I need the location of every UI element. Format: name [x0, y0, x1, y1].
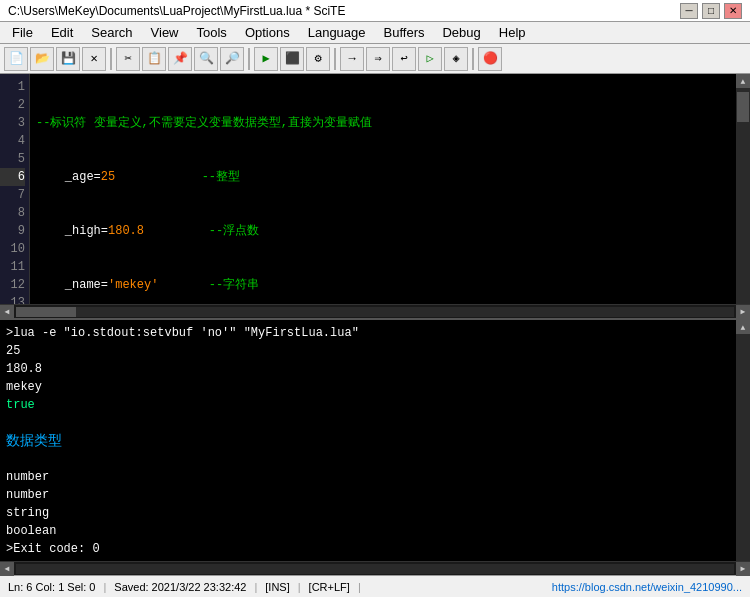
status-lineending: [CR+LF] — [309, 581, 350, 593]
console-exit: >Exit code: 0 — [6, 540, 744, 558]
code-hscrollbar[interactable]: ◀ ▶ — [0, 304, 750, 318]
code-content[interactable]: --标识符 变量定义,不需要定义变量数据类型,直接为变量赋值 _age=25 -… — [30, 74, 750, 304]
open-button[interactable]: 📂 — [30, 47, 54, 71]
menu-search[interactable]: Search — [83, 23, 140, 42]
line-num-3: 3 — [0, 114, 25, 132]
title-controls: ─ □ ✕ — [680, 3, 742, 19]
run-button[interactable]: ▶ — [254, 47, 278, 71]
debug-next-button[interactable]: ⇒ — [366, 47, 390, 71]
menu-help[interactable]: Help — [491, 23, 534, 42]
code-line-2: _age=25 --整型 — [36, 168, 744, 186]
code-line-1: --标识符 变量定义,不需要定义变量数据类型,直接为变量赋值 — [36, 114, 744, 132]
title-bar: C:\Users\MeKey\Documents\LuaProject\MyFi… — [0, 0, 750, 22]
menu-language[interactable]: Language — [300, 23, 374, 42]
menu-bar: File Edit Search View Tools Options Lang… — [0, 22, 750, 44]
status-sep-4: | — [358, 581, 361, 593]
menu-options[interactable]: Options — [237, 23, 298, 42]
code-vscrollbar[interactable]: ▲ — [736, 74, 750, 304]
scroll-thumb[interactable] — [737, 92, 749, 122]
toolbar-sep-3 — [334, 48, 336, 70]
code-line-4: _name='mekey' --字符串 — [36, 276, 744, 294]
editor-container: 1 2 3 4 5 6 7 8 9 10 11 12 13 14 15 16 1… — [0, 74, 750, 575]
menu-edit[interactable]: Edit — [43, 23, 81, 42]
console-type-max: boolean — [6, 522, 744, 540]
toolbar: 📄 📂 💾 ✕ ✂ 📋 📌 🔍 🔎 ▶ ⬛ ⚙ → ⇒ ↩ ▷ ◈ 🔴 — [0, 44, 750, 74]
save-button[interactable]: 💾 — [56, 47, 80, 71]
console-hscroll-track — [16, 564, 734, 574]
line-num-2: 2 — [0, 96, 25, 114]
console-out-name: mekey — [6, 378, 744, 396]
console-blank-2 — [6, 450, 744, 468]
line-num-7: 7 — [0, 186, 25, 204]
minimize-button[interactable]: ─ — [680, 3, 698, 19]
line-num-11: 11 — [0, 258, 25, 276]
cut-button[interactable]: ✂ — [116, 47, 140, 71]
title-text: C:\Users\MeKey\Documents\LuaProject\MyFi… — [8, 4, 345, 18]
console-out-max: true — [6, 396, 744, 414]
menu-view[interactable]: View — [143, 23, 187, 42]
console-command: >lua -e "io.stdout:setvbuf 'no'" "MyFirs… — [6, 324, 744, 342]
line-num-8: 8 — [0, 204, 25, 222]
console-type-name: string — [6, 504, 744, 522]
console-type-high: number — [6, 486, 744, 504]
line-num-9: 9 — [0, 222, 25, 240]
console-hscroll-right[interactable]: ▶ — [736, 562, 750, 576]
new-button[interactable]: 📄 — [4, 47, 28, 71]
line-num-13: 13 — [0, 294, 25, 304]
find-button[interactable]: 🔍 — [194, 47, 218, 71]
console-hscrollbar[interactable]: ◀ ▶ — [0, 561, 750, 575]
toolbar-sep-1 — [110, 48, 112, 70]
scroll-up-arrow[interactable]: ▲ — [736, 74, 750, 88]
line-num-5: 5 — [0, 150, 25, 168]
status-sep-1: | — [103, 581, 106, 593]
code-editor[interactable]: 1 2 3 4 5 6 7 8 9 10 11 12 13 14 15 16 1… — [0, 74, 750, 304]
line-num-12: 12 — [0, 276, 25, 294]
debug-continue-button[interactable]: ▷ — [418, 47, 442, 71]
stop-button[interactable]: ⬛ — [280, 47, 304, 71]
console-area: >lua -e "io.stdout:setvbuf 'no'" "MyFirs… — [0, 318, 750, 561]
menu-tools[interactable]: Tools — [189, 23, 235, 42]
debug-out-button[interactable]: ↩ — [392, 47, 416, 71]
hscroll-left-arrow[interactable]: ◀ — [0, 305, 14, 319]
status-position: Ln: 6 Col: 1 Sel: 0 — [8, 581, 95, 593]
console-blank-1 — [6, 414, 744, 432]
code-line-3: _high=180.8 --浮点数 — [36, 222, 744, 240]
hscroll-track — [16, 307, 734, 317]
status-sep-2: | — [254, 581, 257, 593]
toolbar-sep-2 — [248, 48, 250, 70]
paste-button[interactable]: 📌 — [168, 47, 192, 71]
console-out-high: 180.8 — [6, 360, 744, 378]
close-button[interactable]: ✕ — [724, 3, 742, 19]
menu-file[interactable]: File — [4, 23, 41, 42]
toolbar-sep-4 — [472, 48, 474, 70]
status-link[interactable]: https://blog.csdn.net/weixin_4210990... — [552, 581, 742, 593]
bookmark-button[interactable]: ◈ — [444, 47, 468, 71]
line-numbers: 1 2 3 4 5 6 7 8 9 10 11 12 13 14 15 16 1… — [0, 74, 30, 304]
status-bar: Ln: 6 Col: 1 Sel: 0 | Saved: 2021/3/22 2… — [0, 575, 750, 597]
console-hscroll-left[interactable]: ◀ — [0, 562, 14, 576]
stop-run-button[interactable]: 🔴 — [478, 47, 502, 71]
status-sep-3: | — [298, 581, 301, 593]
line-num-4: 4 — [0, 132, 25, 150]
debug-step-button[interactable]: → — [340, 47, 364, 71]
maximize-button[interactable]: □ — [702, 3, 720, 19]
menu-debug[interactable]: Debug — [434, 23, 488, 42]
line-num-6: 6 — [0, 168, 25, 186]
console-vscrollbar[interactable]: ▲ — [736, 320, 750, 561]
console-out-datatype-header: 数据类型 — [6, 432, 744, 450]
copy-button[interactable]: 📋 — [142, 47, 166, 71]
hscroll-right-arrow[interactable]: ▶ — [736, 305, 750, 319]
status-mode: [INS] — [265, 581, 289, 593]
status-saved: Saved: 2021/3/22 23:32:42 — [114, 581, 246, 593]
line-num-1: 1 — [0, 78, 25, 96]
line-num-10: 10 — [0, 240, 25, 258]
console-scroll-up-arrow[interactable]: ▲ — [736, 320, 750, 334]
console-out-age: 25 — [6, 342, 744, 360]
console-content: >lua -e "io.stdout:setvbuf 'no'" "MyFirs… — [0, 320, 750, 561]
compile-button[interactable]: ⚙ — [306, 47, 330, 71]
close-file-button[interactable]: ✕ — [82, 47, 106, 71]
menu-buffers[interactable]: Buffers — [376, 23, 433, 42]
hscroll-thumb[interactable] — [16, 307, 76, 317]
console-type-age: number — [6, 468, 744, 486]
find-replace-button[interactable]: 🔎 — [220, 47, 244, 71]
